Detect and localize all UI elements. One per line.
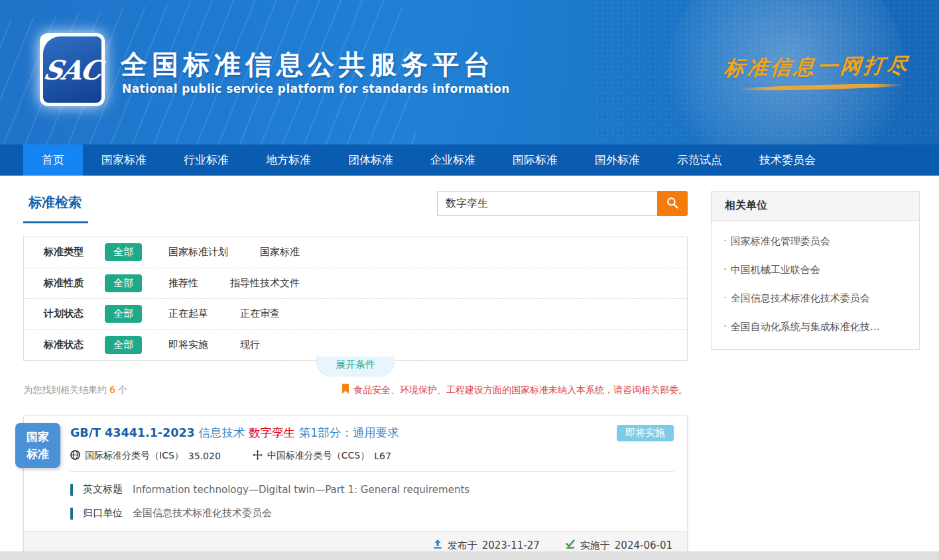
nav-item-foreign-standards[interactable]: 国外标准 (576, 144, 658, 176)
page-content: 标准检索 标准类型 全部 国家标准计划 国家标准 (0, 176, 939, 560)
filter-option[interactable]: 推荐性 (168, 277, 198, 290)
ccs-label: 中国标准分类号（CCS） (267, 450, 369, 462)
nav-item-international-standards[interactable]: 国际标准 (494, 144, 576, 176)
bullet: · (723, 321, 727, 333)
detail-label: 英文标题 (83, 483, 123, 496)
ics-label: 国际标准分类号（ICS） (85, 450, 184, 462)
filter-panel: 标准类型 全部 国家标准计划 国家标准 标准性质 全部 推荐性 指导性技术文件 … (23, 237, 688, 361)
badge-line: 国家 (27, 428, 49, 445)
standard-title-highlight[interactable]: 数字孪生 (249, 426, 295, 439)
globe-icon (70, 450, 80, 462)
filter-all-button[interactable]: 全部 (105, 274, 142, 292)
detail-value: 全国信息技术标准化技术委员会 (133, 507, 272, 520)
bullet: · (723, 264, 727, 276)
nav-item-technical-committee[interactable]: 技术委员会 (741, 144, 834, 176)
page-bottom-strip (0, 551, 939, 560)
filter-all-button[interactable]: 全部 (105, 243, 142, 261)
compass-icon (253, 450, 263, 462)
search-input[interactable] (437, 191, 657, 216)
search-button[interactable] (657, 191, 688, 216)
page-title: 标准检索 (23, 189, 88, 223)
nav-item-group-standards[interactable]: 团体标准 (330, 144, 412, 176)
standard-code[interactable]: GB/T 43441.1-2023 (70, 426, 195, 439)
result-card: 国家 标准 GB/T 43441.1-2023 信息技术 数字孪生 第1部分：通… (23, 416, 688, 560)
sac-logo-text: SAC (41, 54, 103, 85)
nav-item-pilot[interactable]: 示范试点 (658, 144, 741, 176)
result-meta-row: 为您找到相关结果约6个 食品安全、环境保护、工程建设方面的国家标准未纳入本系统，… (23, 384, 688, 396)
nav-item-local-standards[interactable]: 地方标准 (247, 144, 330, 176)
related-units-panel: 相关单位 ·国家标准化管理委员会 ·中国机械工业联合会 ·全国信息技术标准化技术… (711, 191, 920, 350)
english-title-row: 英文标题 Information technology—Digital twin… (70, 483, 674, 496)
filter-row-standard-nature: 标准性质 全部 推荐性 指导性技术文件 (24, 268, 687, 300)
ics-item: 国际标准分类号（ICS） 35.020 (70, 450, 221, 462)
sac-logo[interactable]: SAC (40, 33, 105, 106)
bullet: · (723, 292, 727, 304)
implemented-date: 2024-06-01 (615, 539, 672, 551)
main-column: 标准检索 标准类型 全部 国家标准计划 国家标准 (23, 189, 688, 560)
related-unit-link[interactable]: ·全国自动化系统与集成标准化技… (712, 313, 919, 341)
sac-logo-inner: SAC (43, 36, 101, 103)
detail-value: Information technology—Digital twin—Part… (133, 484, 470, 496)
related-units-list: ·国家标准化管理委员会 ·中国机械工业联合会 ·全国信息技术标准化技术委员会 ·… (712, 221, 919, 349)
filter-label: 标准性质 (44, 277, 105, 290)
standard-type-badge[interactable]: 国家 标准 (15, 423, 60, 468)
nav-item-national-standards[interactable]: 国家标准 (83, 144, 165, 176)
teal-bar-decoration (70, 484, 73, 496)
implemented-date-item: 实施于 2024-06-01 (565, 539, 672, 552)
standard-title-post[interactable]: 第1部分：通用要求 (299, 426, 399, 439)
ccs-value: L67 (374, 451, 391, 461)
committee-row: 归口单位 全国信息技术标准化技术委员会 (70, 507, 674, 520)
filter-label: 标准状态 (44, 339, 105, 351)
page-header: SAC 全国标准信息公共服务平台 National public service… (0, 0, 939, 144)
filter-row-standard-type: 标准类型 全部 国家标准计划 国家标准 (24, 237, 687, 268)
result-count-suffix: 个 (118, 384, 127, 395)
result-count-number: 6 (109, 384, 115, 395)
related-unit-link[interactable]: ·全国信息技术标准化技术委员会 (712, 284, 919, 313)
nav-item-industry-standards[interactable]: 行业标准 (165, 144, 247, 176)
filter-label: 计划状态 (44, 308, 105, 320)
ics-value: 35.020 (188, 451, 221, 461)
badge-line: 标准 (27, 445, 49, 463)
filter-label: 标准类型 (44, 246, 105, 258)
filter-option[interactable]: 国家标准 (260, 246, 300, 258)
site-subtitle: National public service platform for sta… (122, 82, 510, 95)
related-unit-link[interactable]: ·中国机械工业联合会 (712, 256, 919, 284)
filter-all-button[interactable]: 全部 (105, 336, 142, 354)
published-date-item: 发布于 2023-11-27 (432, 539, 540, 552)
result-count: 为您找到相关结果约6个 (23, 384, 127, 396)
standard-title-link[interactable]: GB/T 43441.1-2023 信息技术 数字孪生 第1部分：通用要求 (70, 425, 399, 441)
result-count-prefix: 为您找到相关结果约 (23, 384, 107, 395)
published-label: 发布于 (448, 539, 477, 552)
expand-conditions-button[interactable]: 展开条件 (316, 357, 395, 376)
publish-icon (432, 539, 443, 552)
teal-bar-decoration (70, 508, 73, 520)
related-unit-link[interactable]: ·国家标准化管理委员会 (712, 227, 919, 256)
card-body: GB/T 43441.1-2023 信息技术 数字孪生 第1部分：通用要求 即将… (24, 416, 687, 520)
filter-option[interactable]: 正在审查 (240, 308, 280, 320)
classification-row: 国际标准分类号（ICS） 35.020 (70, 450, 674, 472)
search-group (437, 191, 688, 216)
slogan-text: 标准信息一网打尽 (723, 52, 911, 83)
main-nav: 首页 国家标准 行业标准 地方标准 团体标准 企业标准 国际标准 国外标准 示范… (0, 144, 939, 176)
filter-option[interactable]: 即将实施 (168, 339, 208, 351)
bookmark-icon (342, 384, 349, 396)
filter-option[interactable]: 指导性技术文件 (230, 277, 300, 290)
filter-option[interactable]: 正在起草 (168, 308, 208, 320)
filter-option[interactable]: 现行 (240, 339, 260, 351)
card-title-row: GB/T 43441.1-2023 信息技术 数字孪生 第1部分：通用要求 即将… (70, 425, 674, 441)
implemented-label: 实施于 (580, 539, 610, 552)
detail-label: 归口单位 (83, 507, 123, 520)
filter-row-plan-status: 计划状态 全部 正在起草 正在审查 (24, 299, 687, 330)
nav-item-home[interactable]: 首页 (23, 144, 83, 176)
standard-title-pre[interactable]: 信息技术 (198, 426, 245, 439)
related-unit-label: 中国机械工业联合会 (731, 264, 820, 276)
bullet: · (723, 235, 727, 247)
site-title: 全国标准信息公共服务平台 (121, 46, 495, 83)
implemented-check-icon (565, 539, 576, 552)
filter-option[interactable]: 国家标准计划 (168, 246, 228, 258)
notice-text: 食品安全、环境保护、工程建设方面的国家标准未纳入本系统，请咨询相关部委。 (353, 384, 688, 396)
related-unit-label: 国家标准化管理委员会 (731, 235, 830, 247)
ccs-item: 中国标准分类号（CCS） L67 (253, 450, 391, 462)
nav-item-enterprise-standards[interactable]: 企业标准 (412, 144, 494, 176)
filter-all-button[interactable]: 全部 (105, 305, 142, 323)
